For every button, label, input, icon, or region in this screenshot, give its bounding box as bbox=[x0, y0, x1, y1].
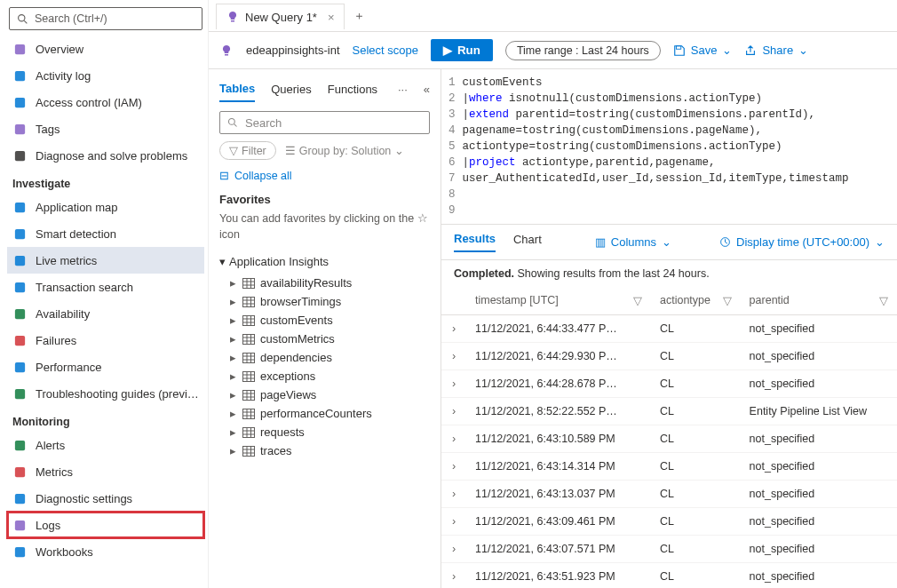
table-icon bbox=[242, 409, 255, 419]
sidebar-item-failures[interactable]: Failures bbox=[7, 327, 204, 354]
collapse-all-button[interactable]: ⊟ Collapse all bbox=[219, 169, 430, 182]
expand-row-icon[interactable]: › bbox=[441, 315, 466, 343]
table-node-performanceCounters[interactable]: ▸performanceCounters bbox=[219, 404, 430, 423]
save-button[interactable]: Save ⌄ bbox=[673, 44, 733, 57]
sidebar-item-alerts[interactable]: Alerts bbox=[7, 432, 204, 458]
results-tab-results[interactable]: Results bbox=[454, 232, 496, 252]
query-editor[interactable]: 123456789 customEvents|where isnotnull(c… bbox=[441, 69, 897, 225]
column-header-parentid[interactable]: parentid▽ bbox=[741, 287, 897, 315]
filter-button[interactable]: ▽ Filter bbox=[219, 141, 276, 160]
explorer-tab-queries[interactable]: Queries bbox=[271, 77, 312, 101]
sidebar-item-application-map[interactable]: Application map bbox=[7, 194, 204, 220]
expand-row-icon[interactable]: › bbox=[441, 563, 466, 589]
chevron-down-icon: ⌄ bbox=[875, 235, 885, 249]
query-tab-1[interactable]: New Query 1* × bbox=[216, 4, 345, 29]
svg-rect-35 bbox=[243, 315, 255, 325]
sidebar-item-live-metrics[interactable]: Live metrics bbox=[7, 247, 204, 274]
sidebar-item-logs[interactable]: Logs bbox=[7, 512, 204, 538]
table-row[interactable]: ›11/12/2021, 6:43:51.923 PMCLnot_specifi… bbox=[441, 563, 897, 589]
table-row[interactable]: ›11/12/2021, 6:44:29.930 P…CLnot_specifi… bbox=[441, 343, 897, 370]
table-node-dependencies[interactable]: ▸dependencies bbox=[219, 348, 430, 367]
expand-row-icon[interactable]: › bbox=[441, 508, 466, 536]
svg-rect-65 bbox=[243, 427, 255, 437]
table-row[interactable]: ›11/12/2021, 6:44:33.477 P…CLnot_specifi… bbox=[441, 315, 897, 343]
sidebar-item-diagnose-and-solve-problems[interactable]: Diagnose and solve problems bbox=[7, 142, 204, 169]
lightbulb-icon bbox=[226, 10, 240, 24]
sidebar-item-diagnostic-settings[interactable]: Diagnostic settings bbox=[7, 485, 204, 512]
run-button[interactable]: ▶ Run bbox=[431, 39, 493, 61]
sidebar-item-metrics[interactable]: Metrics bbox=[7, 458, 204, 485]
column-header-actiontype[interactable]: actiontype▽ bbox=[651, 287, 741, 315]
table-node-pageViews[interactable]: ▸pageViews bbox=[219, 385, 430, 404]
sidebar-item-workbooks[interactable]: Workbooks bbox=[7, 538, 204, 565]
cell-actiontype: CL bbox=[651, 315, 741, 343]
sidebar-item-access-control-iam-[interactable]: Access control (IAM) bbox=[7, 89, 204, 115]
table-node-requests[interactable]: ▸requests bbox=[219, 423, 430, 441]
table-row[interactable]: ›11/12/2021, 6:44:28.678 P…CLnot_specifi… bbox=[441, 370, 897, 398]
expand-icon[interactable]: « bbox=[424, 83, 430, 96]
expand-row-icon[interactable]: › bbox=[441, 343, 466, 370]
table-node-label: dependencies bbox=[260, 351, 332, 364]
sidebar-item-overview[interactable]: Overview bbox=[7, 36, 204, 62]
explorer-tab-functions[interactable]: Functions bbox=[328, 77, 377, 101]
sidebar-item-activity-log[interactable]: Activity log bbox=[7, 62, 204, 89]
close-icon[interactable]: × bbox=[328, 11, 335, 24]
more-icon[interactable]: ··· bbox=[398, 83, 408, 96]
explorer-tab-tables[interactable]: Tables bbox=[219, 76, 255, 102]
funnel-icon[interactable]: ▽ bbox=[723, 294, 732, 307]
expand-row-icon[interactable]: › bbox=[441, 398, 466, 425]
new-tab-button[interactable]: ＋ bbox=[345, 3, 374, 29]
cell-timestamp: 11/12/2021, 6:43:51.923 PM bbox=[466, 563, 651, 589]
explorer-search[interactable]: Search bbox=[219, 111, 430, 134]
run-label: Run bbox=[457, 44, 480, 57]
column-header-timestamp[interactable]: timestamp [UTC]▽ bbox=[466, 287, 651, 315]
expand-row-icon[interactable]: › bbox=[441, 481, 466, 508]
funnel-icon[interactable]: ▽ bbox=[879, 294, 888, 307]
table-row[interactable]: ›11/12/2021, 6:43:13.037 PMCLnot_specifi… bbox=[441, 481, 897, 508]
sidebar-item-label: Diagnose and solve problems bbox=[36, 149, 199, 163]
table-node-availabilityResults[interactable]: ▸availabilityResults bbox=[219, 274, 430, 292]
time-range-picker[interactable]: Time range : Last 24 hours bbox=[505, 41, 661, 60]
table-node-customEvents[interactable]: ▸customEvents bbox=[219, 311, 430, 330]
funnel-icon[interactable]: ▽ bbox=[633, 294, 642, 307]
cell-timestamp: 11/12/2021, 6:43:09.461 PM bbox=[466, 508, 651, 536]
sidebar-item-label: Logs bbox=[36, 519, 199, 532]
results-grid[interactable]: timestamp [UTC]▽ actiontype▽ parentid▽ ›… bbox=[441, 287, 897, 588]
chevron-down-icon: ⌄ bbox=[798, 44, 808, 57]
table-node-label: availabilityResults bbox=[260, 276, 352, 290]
expand-row-icon[interactable]: › bbox=[441, 536, 466, 563]
table-row[interactable]: ›11/12/2021, 6:43:07.571 PMCLnot_specifi… bbox=[441, 536, 897, 563]
chevron-right-icon: ▸ bbox=[230, 369, 237, 383]
select-scope-link[interactable]: Select scope bbox=[353, 44, 418, 57]
table-row[interactable]: ›11/12/2021, 8:52:22.552 P…CLEntity Pipe… bbox=[441, 398, 897, 425]
availability-icon bbox=[12, 306, 27, 321]
sidebar-item-troubleshooting-guides-preview-[interactable]: Troubleshooting guides (preview) bbox=[7, 380, 204, 407]
expand-row-icon[interactable]: › bbox=[441, 453, 466, 481]
sidebar-item-smart-detection[interactable]: Smart detection bbox=[7, 220, 204, 247]
sidebar-item-transaction-search[interactable]: Transaction search bbox=[7, 274, 204, 300]
table-node-traces[interactable]: ▸traces bbox=[219, 441, 430, 460]
table-row[interactable]: ›11/12/2021, 6:43:09.461 PMCLnot_specifi… bbox=[441, 508, 897, 536]
cell-actiontype: CL bbox=[651, 508, 741, 536]
share-button[interactable]: Share ⌄ bbox=[744, 44, 808, 57]
columns-button[interactable]: ▥ Columns ⌄ bbox=[595, 235, 671, 249]
table-row[interactable]: ›11/12/2021, 6:43:14.314 PMCLnot_specifi… bbox=[441, 453, 897, 481]
sidebar-search[interactable]: Search (Ctrl+/) bbox=[9, 7, 202, 30]
expand-row-icon[interactable]: › bbox=[441, 370, 466, 398]
svg-rect-18 bbox=[14, 520, 24, 529]
table-node-browserTimings[interactable]: ▸browserTimings bbox=[219, 292, 430, 311]
tree-group-appinsights[interactable]: ▾ Application Insights bbox=[219, 255, 430, 268]
display-time-button[interactable]: Display time (UTC+00:00) ⌄ bbox=[719, 235, 885, 249]
table-row[interactable]: ›11/12/2021, 6:43:10.589 PMCLnot_specifi… bbox=[441, 425, 897, 453]
sidebar-item-availability[interactable]: Availability bbox=[7, 300, 204, 327]
sidebar-item-tags[interactable]: Tags bbox=[7, 115, 204, 142]
results-tab-chart[interactable]: Chart bbox=[513, 233, 542, 251]
query-tabs: New Query 1* × ＋ bbox=[209, 0, 897, 32]
expand-row-icon[interactable]: › bbox=[441, 425, 466, 453]
sidebar-item-performance[interactable]: Performance bbox=[7, 354, 204, 380]
groupby-dropdown[interactable]: ☰ Group by: Solution ⌄ bbox=[285, 144, 405, 157]
table-node-exceptions[interactable]: ▸exceptions bbox=[219, 367, 430, 385]
sidebar-item-label: Smart detection bbox=[36, 227, 199, 241]
table-node-customMetrics[interactable]: ▸customMetrics bbox=[219, 330, 430, 348]
table-icon bbox=[242, 446, 255, 457]
